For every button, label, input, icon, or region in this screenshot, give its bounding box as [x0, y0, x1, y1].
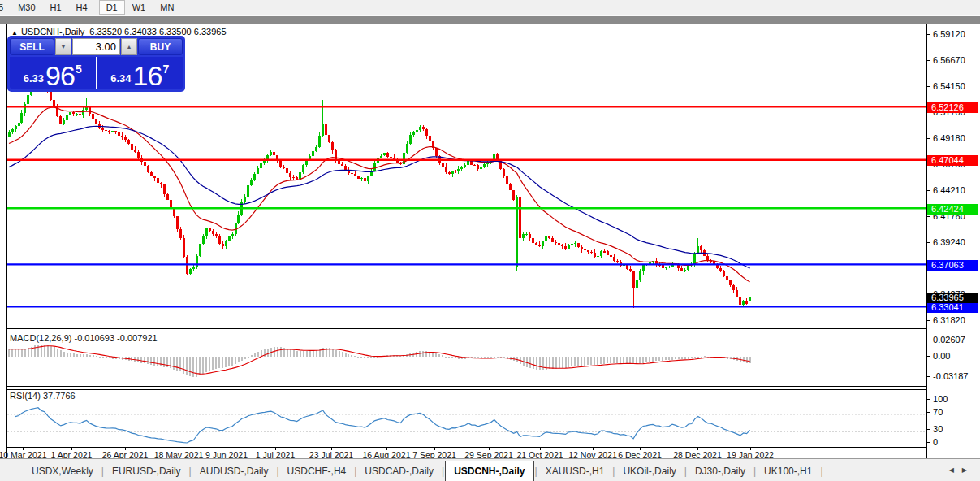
- axis-tick-mark: [927, 86, 930, 87]
- chart-tab-audusd-daily[interactable]: AUDUSD-,Daily: [192, 462, 276, 480]
- tab-scroll-right-icon[interactable]: ▶: [962, 466, 975, 474]
- tab-separator: |: [101, 466, 104, 477]
- timeframe-button-H1[interactable]: H1: [43, 0, 69, 15]
- axis-tick-mark: [927, 190, 930, 191]
- macd-tick-label: 0.00: [933, 351, 950, 361]
- macd-tick-label: 0.02607: [933, 335, 965, 344]
- bid-price-display[interactable]: 6.33 96 5: [10, 57, 97, 89]
- price-tick-label: 6.54150: [933, 81, 965, 91]
- ask-price-small: 6.34: [110, 72, 131, 84]
- chart-tab-xauusd-h1[interactable]: XAUUSD-,H1: [538, 462, 612, 480]
- axis-tick-mark: [927, 340, 930, 340]
- chart-window: ▲USDCNH-,Daily 6.33520 6.34033 6.33500 6…: [0, 24, 980, 458]
- plot-column: ▲USDCNH-,Daily 6.33520 6.34033 6.33500 6…: [6, 24, 926, 458]
- price-tick-label: 6.31820: [933, 315, 965, 325]
- ask-price-sup: 7: [162, 63, 169, 76]
- buy-button[interactable]: BUY: [138, 38, 183, 55]
- rsi-panel[interactable]: RSI(14) 37.7766: [7, 390, 926, 447]
- axis-tick-mark: [927, 138, 930, 139]
- chart-tab-usdcad-daily[interactable]: USDCAD-,Daily: [357, 462, 441, 480]
- chart-tab-usdcnh-daily[interactable]: USDCNH-,Daily: [445, 461, 533, 481]
- timeframe-toolbar: 5M30H1H4D1W1MN: [0, 0, 980, 15]
- price-tick-label: 6.56670: [933, 55, 965, 65]
- bid-price-small: 6.33: [24, 72, 44, 84]
- level-price-label: 6.37063: [927, 260, 978, 271]
- tab-scroll-left-icon[interactable]: ◀: [949, 466, 962, 474]
- level-price-label: 6.47044: [927, 155, 978, 166]
- rsi-label: RSI(14) 37.7766: [10, 391, 76, 401]
- axis-tick-mark: [927, 442, 930, 443]
- macd-panel[interactable]: MACD(12,26,9) -0.010693 -0.007921: [7, 332, 926, 386]
- price-axis[interactable]: 6.591206.566706.541506.517006.491806.467…: [926, 24, 980, 458]
- price-tick-label: 6.39240: [933, 237, 965, 247]
- chart-tab-dj30-daily[interactable]: DJ30-,Daily: [688, 462, 753, 480]
- tab-separator: |: [442, 466, 444, 477]
- tab-separator: |: [684, 466, 687, 477]
- axis-tick-mark: [927, 216, 930, 217]
- tab-separator: |: [820, 466, 822, 477]
- tab-separator: |: [276, 466, 278, 477]
- axis-tick-mark: [927, 429, 930, 430]
- rsi-tick-label: 30: [933, 424, 943, 434]
- sell-button[interactable]: SELL: [10, 38, 54, 55]
- level-price-label: 6.52126: [927, 102, 978, 113]
- one-click-trading-panel: SELL ▼ 3.00 ▲ BUY 6.33 96 5 6.34 16 7: [7, 36, 185, 92]
- axis-tick-mark: [927, 399, 930, 400]
- chart-tab-uk100-h1[interactable]: UK100-,H1: [757, 462, 819, 480]
- timeframe-button-M30[interactable]: M30: [11, 0, 42, 15]
- ask-price-display[interactable]: 6.34 16 7: [97, 57, 183, 89]
- chart-tab-ukoil-daily[interactable]: UKOil-,Daily: [615, 462, 683, 480]
- timeframe-button-MN[interactable]: MN: [153, 0, 181, 15]
- price-tick-label: 6.59120: [933, 29, 965, 39]
- axis-tick-mark: [927, 320, 930, 321]
- rsi-tick-label: 100: [933, 394, 948, 404]
- axis-tick-mark: [927, 34, 930, 35]
- bid-price-sup: 5: [76, 63, 82, 76]
- rsi-tick-label: 70: [933, 407, 943, 417]
- level-price-label: 6.42424: [927, 204, 978, 214]
- axis-tick-mark: [927, 412, 930, 413]
- tab-separator: |: [753, 466, 756, 477]
- volume-decrease-button[interactable]: ▼: [55, 38, 71, 55]
- axis-tick-mark: [927, 376, 930, 377]
- price-tick-label: 6.49180: [933, 133, 965, 143]
- tab-separator: |: [189, 466, 192, 477]
- macd-tick-label: -0.03187: [933, 371, 968, 381]
- tab-scroll-arrows[interactable]: ◀▶: [949, 466, 975, 474]
- volume-increase-button[interactable]: ▲: [121, 38, 137, 55]
- axis-tick-mark: [927, 356, 930, 357]
- main-chart-panel[interactable]: ▲USDCNH-,Daily 6.33520 6.34033 6.33500 6…: [7, 24, 926, 328]
- price-tick-label: 6.44210: [933, 185, 965, 195]
- rsi-canvas[interactable]: [7, 390, 926, 447]
- chart-tab-usdx-weekly[interactable]: USDX,Weekly: [24, 462, 101, 480]
- axis-tick-mark: [927, 242, 930, 243]
- tab-separator: |: [354, 466, 356, 477]
- macd-label: MACD(12,26,9) -0.010693 -0.007921: [10, 333, 158, 343]
- ask-price-big: 16: [133, 63, 162, 88]
- chart-left-gutter: [0, 24, 6, 458]
- timeframe-button-5[interactable]: 5: [0, 0, 11, 15]
- chart-tab-usdchf-h4[interactable]: USDCHF-,H4: [280, 462, 354, 480]
- volume-input[interactable]: 3.00: [72, 38, 120, 55]
- toolbar-divider: [97, 2, 97, 13]
- chart-tab-bar: USDX,Weekly|EURUSD-,Daily|AUDUSD-,Daily|…: [0, 458, 980, 481]
- axis-tick-mark: [927, 60, 930, 61]
- level-price-label: 6.33041: [927, 302, 978, 313]
- chart-tab-eurusd-daily[interactable]: EURUSD-,Daily: [105, 462, 188, 480]
- bid-price-big: 96: [45, 63, 75, 88]
- tab-separator: |: [535, 466, 537, 477]
- rsi-tick-label: 0: [933, 437, 938, 447]
- timeframe-button-H4[interactable]: H4: [69, 0, 95, 15]
- workspace-top-band: [0, 15, 980, 24]
- tab-separator: |: [612, 466, 615, 477]
- current-price-label: 6.33965: [927, 292, 978, 303]
- timeframe-button-D1[interactable]: D1: [99, 0, 125, 15]
- timeframe-button-W1[interactable]: W1: [125, 0, 153, 15]
